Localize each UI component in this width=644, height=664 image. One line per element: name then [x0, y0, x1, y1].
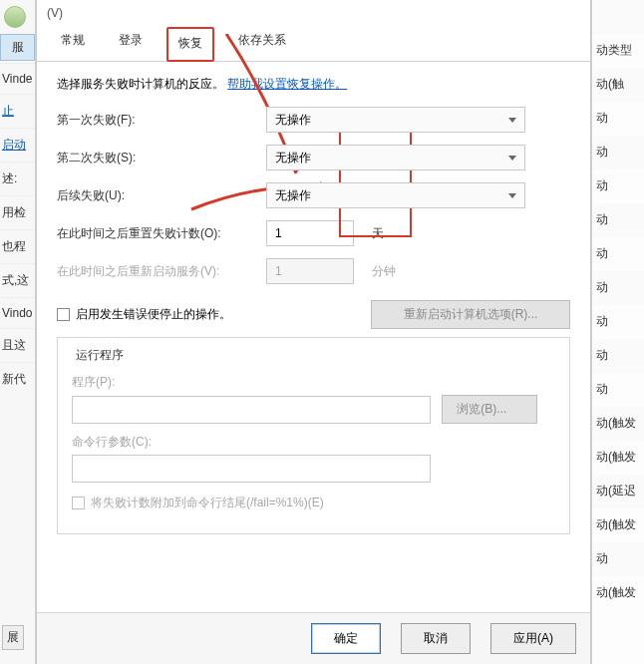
left-cell: Vinde: [0, 63, 35, 94]
right-bg-cell: 动: [592, 237, 644, 271]
append-fail-checkbox: [72, 497, 85, 509]
subsequent-failure-value: 无操作: [275, 187, 311, 204]
run-program-group: 运行程序 程序(P): 浏览(B)... 命令行参数(C): 将失败计数附加到命…: [57, 337, 570, 534]
subsequent-failure-combo[interactable]: 无操作: [266, 182, 525, 208]
tab-general[interactable]: 常规: [51, 26, 95, 61]
left-cell-link-start[interactable]: 启动: [0, 128, 35, 162]
help-link[interactable]: 帮助我设置恢复操作。: [227, 77, 347, 91]
run-program-group-title: 运行程序: [72, 347, 128, 364]
reset-fail-count-input[interactable]: 1: [266, 220, 354, 246]
right-bg-cell: 动(触发: [592, 508, 644, 542]
recovery-description: 选择服务失败时计算机的反应。 帮助我设置恢复操作。: [57, 76, 570, 93]
right-bg-cell: 动(触发: [592, 441, 644, 475]
right-bg-cell: 动: [592, 102, 644, 136]
days-unit-label: 天: [372, 225, 384, 242]
refresh-icon: [4, 6, 26, 28]
minutes-unit-label: 分钟: [372, 263, 396, 280]
first-failure-label: 第一次失败(F):: [57, 112, 266, 129]
right-bg-cell: 动(触发: [592, 576, 644, 610]
service-properties-dialog: (V) 常规 登录 恢复 依存关系 选择服务失败时计算机的反应。 帮助我设置恢复…: [36, 0, 591, 664]
subsequent-failure-label: 后续失败(U):: [57, 187, 266, 204]
restart-computer-options-button: 重新启动计算机选项(R)...: [371, 300, 570, 329]
right-bg-cell: 动(触: [592, 68, 644, 102]
left-cell: 述:: [0, 162, 35, 195]
right-bg-cell: 动: [592, 271, 644, 305]
right-bg-cell: 动: [592, 542, 644, 576]
left-cell: 且这: [0, 328, 35, 362]
left-cell: Vindo: [0, 297, 35, 328]
second-failure-combo[interactable]: 无操作: [266, 145, 525, 170]
first-failure-combo[interactable]: 无操作: [266, 107, 525, 133]
dialog-button-bar: 确定 取消 应用(A): [37, 612, 590, 664]
left-tab: 服: [0, 34, 35, 61]
right-bg-cell: 动: [592, 169, 644, 203]
cancel-button[interactable]: 取消: [401, 623, 471, 654]
program-path-input: [72, 396, 431, 424]
right-bg-cell: 动: [592, 305, 644, 339]
right-bg-cell: 动类型: [592, 34, 644, 68]
ok-button[interactable]: 确定: [311, 623, 381, 654]
program-label: 程序(P):: [72, 374, 555, 391]
right-bg-cell: 动: [592, 339, 644, 373]
apply-button[interactable]: 应用(A): [490, 623, 576, 654]
dialog-title: (V): [37, 0, 590, 20]
left-cell: 新代: [0, 362, 35, 396]
restart-after-label: 在此时间之后重新启动服务(V):: [57, 263, 266, 280]
cmd-params-label: 命令行参数(C):: [72, 434, 555, 451]
restart-after-input: 1: [266, 258, 354, 284]
left-cell: 也程: [0, 229, 35, 263]
right-bg-cell: [592, 0, 644, 34]
right-bg-cell: 动: [592, 203, 644, 237]
right-bg-cell: 动: [592, 373, 644, 407]
restart-after-value: 1: [275, 264, 282, 278]
dialog-content: 选择服务失败时计算机的反应。 帮助我设置恢复操作。 第一次失败(F): 无操作 …: [37, 62, 590, 612]
second-failure-value: 无操作: [275, 150, 311, 166]
tab-recovery[interactable]: 恢复: [166, 27, 214, 62]
tab-dependencies[interactable]: 依存关系: [228, 26, 296, 61]
recovery-description-text: 选择服务失败时计算机的反应。: [57, 77, 224, 91]
first-failure-value: 无操作: [275, 112, 311, 129]
left-cell-link-stop[interactable]: 止: [0, 94, 35, 128]
browse-button: 浏览(B)...: [442, 395, 537, 424]
left-expand-button[interactable]: 展: [2, 625, 24, 650]
enable-stop-actions-checkbox[interactable]: [57, 308, 70, 321]
background-left-panel: 服 Vinde 止 启动 述: 用检 也程 式,这 Vindo 且这 新代 展: [0, 0, 36, 664]
tab-bar: 常规 登录 恢复 依存关系: [37, 20, 590, 62]
right-bg-cell: 动(延迟: [592, 475, 644, 508]
append-fail-label: 将失败计数附加到命令行结尾(/fail=%1%)(E): [91, 495, 324, 511]
enable-stop-actions-label: 启用发生错误便停止的操作。: [76, 306, 231, 323]
right-bg-cell: 动(触发: [592, 407, 644, 441]
right-bg-cell: 动: [592, 136, 644, 169]
tab-logon[interactable]: 登录: [109, 26, 153, 61]
reset-fail-count-value: 1: [275, 226, 282, 240]
second-failure-label: 第二次失败(S):: [57, 150, 266, 166]
left-cell: 式,这: [0, 263, 35, 297]
left-cell: 用检: [0, 195, 35, 229]
reset-fail-count-label: 在此时间之后重置失败计数(O):: [57, 225, 266, 242]
cmd-params-input: [72, 455, 431, 483]
background-right-panel: 动类型动(触动动动动动动动动动动(触发动(触发动(延迟动(触发动动(触发: [591, 0, 644, 664]
